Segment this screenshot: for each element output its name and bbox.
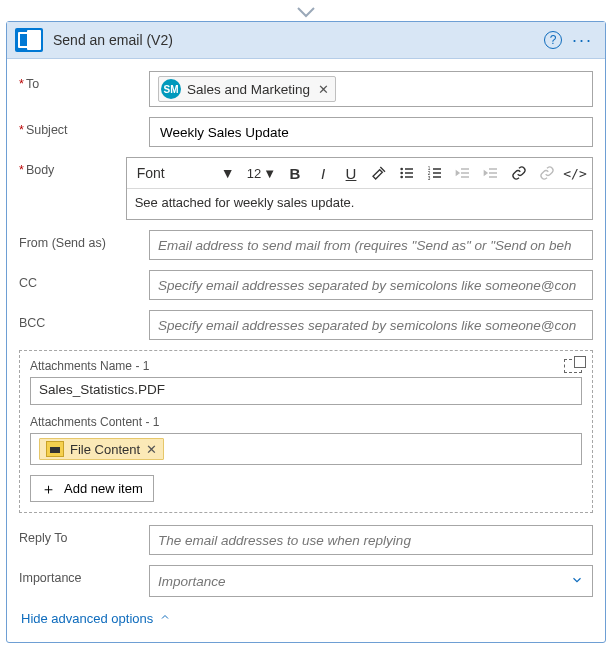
to-field[interactable]: SM Sales and Marketing ✕ <box>149 71 593 107</box>
outdent-button[interactable] <box>450 160 476 186</box>
plus-icon: ＋ <box>41 482 56 496</box>
font-picker[interactable]: Font ▼ <box>131 160 241 186</box>
label-subject: *Subject <box>19 117 149 137</box>
editor-toolbar: Font ▼ 12 ▼ B I U <box>127 158 592 189</box>
underline-button[interactable]: U <box>338 160 364 186</box>
subject-input[interactable] <box>158 124 584 141</box>
from-field[interactable]: Email address to send mail from (require… <box>149 230 593 260</box>
label-bcc: BCC <box>19 310 149 330</box>
bcc-field[interactable]: Specify email addresses separated by sem… <box>149 310 593 340</box>
highlight-button[interactable] <box>366 160 392 186</box>
hide-advanced-options-link[interactable]: Hide advanced options <box>19 607 173 630</box>
bullet-list-button[interactable] <box>394 160 420 186</box>
chevron-up-icon <box>159 611 171 626</box>
italic-button[interactable]: I <box>310 160 336 186</box>
card-header: Send an email (V2) ? ··· <box>7 22 605 59</box>
svg-text:3: 3 <box>428 176 431 181</box>
importance-select[interactable]: Importance <box>149 565 593 597</box>
file-content-chip[interactable]: File Content ✕ <box>39 438 164 460</box>
label-to: *To <box>19 71 149 91</box>
indent-button[interactable] <box>478 160 504 186</box>
chevron-down-icon <box>570 573 584 590</box>
rich-text-editor: Font ▼ 12 ▼ B I U <box>126 157 593 220</box>
label-body: *Body <box>19 157 126 177</box>
attachment-name-field[interactable]: Sales_Statistics.PDF <box>30 377 582 405</box>
remove-token-icon[interactable]: ✕ <box>146 442 157 457</box>
attachments-name-label: Attachments Name - 1 <box>30 359 149 373</box>
label-cc: CC <box>19 270 149 290</box>
flow-connector-arrow <box>5 5 607 21</box>
outlook-icon <box>15 28 43 52</box>
more-menu-icon[interactable]: ··· <box>572 35 597 45</box>
help-icon[interactable]: ? <box>544 31 562 49</box>
recipient-chip[interactable]: SM Sales and Marketing ✕ <box>158 76 336 102</box>
remove-recipient-icon[interactable]: ✕ <box>318 82 329 97</box>
subject-field[interactable] <box>149 117 593 147</box>
chevron-down-icon: ▼ <box>221 165 235 181</box>
link-button[interactable] <box>506 160 532 186</box>
unlink-button[interactable] <box>534 160 560 186</box>
svg-point-0 <box>400 168 403 171</box>
reply-to-field[interactable]: The email addresses to use when replying <box>149 525 593 555</box>
powerbi-icon <box>46 441 64 457</box>
switch-array-icon[interactable] <box>564 359 582 373</box>
numbered-list-button[interactable]: 123 <box>422 160 448 186</box>
action-title: Send an email (V2) <box>53 32 173 48</box>
label-importance: Importance <box>19 565 149 585</box>
label-from: From (Send as) <box>19 230 149 250</box>
svg-point-1 <box>400 172 403 175</box>
attachments-content-label: Attachments Content - 1 <box>30 415 582 429</box>
body-content[interactable]: See attached for weekly sales update. <box>127 189 592 219</box>
bold-button[interactable]: B <box>282 160 308 186</box>
send-email-card: Send an email (V2) ? ··· *To SM Sales an… <box>6 21 606 643</box>
cc-field[interactable]: Specify email addresses separated by sem… <box>149 270 593 300</box>
attachments-section: Attachments Name - 1 Sales_Statistics.PD… <box>19 350 593 513</box>
chevron-down-icon: ▼ <box>263 166 276 181</box>
attachment-content-field[interactable]: File Content ✕ <box>30 433 582 465</box>
avatar: SM <box>161 79 181 99</box>
svg-point-2 <box>400 176 403 179</box>
label-reply-to: Reply To <box>19 525 149 545</box>
code-view-button[interactable]: </> <box>562 160 588 186</box>
recipient-chip-label: Sales and Marketing <box>187 82 310 97</box>
font-size-picker[interactable]: 12 ▼ <box>243 160 280 186</box>
add-new-item-button[interactable]: ＋ Add new item <box>30 475 154 502</box>
